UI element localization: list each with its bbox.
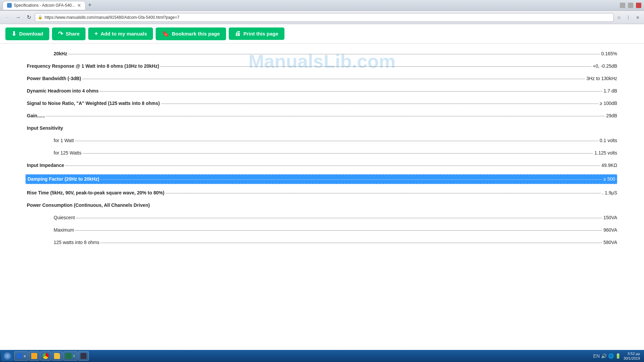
refresh-button[interactable]: ↻ (24, 13, 34, 22)
clock-time: 3:52 μμ (624, 351, 640, 356)
spec-value-input-1w: 0.1 volts (600, 137, 617, 144)
taskbar-explorer-button[interactable] (29, 351, 40, 361)
print-label: Print this page (244, 31, 278, 37)
forward-button[interactable]: → (13, 13, 23, 22)
spec-content: 20kHz 0.165% Frequency Response @ 1 Watt… (27, 50, 617, 246)
spec-label-quiescent: Quiescent (54, 214, 75, 221)
minimize-button[interactable] (620, 3, 625, 8)
ie-icon (16, 353, 22, 359)
tab-title: Specifications - Adcom GFA-540... (14, 3, 75, 8)
taskbar-excel-label: X (73, 354, 75, 358)
add-to-manuals-button[interactable]: + Add to my manuals (88, 27, 153, 40)
taskbar-app6-button[interactable] (78, 351, 89, 361)
spec-row-damping-factor: Damping Factor (20Hz to 20kHz) ≥ 500 (25, 174, 617, 184)
spec-row-gain: Gain...... 29dB (27, 112, 617, 119)
bookmark-icon: 🔖 (162, 30, 169, 38)
excel-icon (65, 353, 71, 359)
clock-date: 30/1/2019 (624, 356, 640, 361)
toolbar: ⬇ Download ↷ Share + Add to my manuals 🔖… (0, 24, 644, 44)
print-icon: 🖨 (235, 30, 241, 37)
spec-value-damping-factor: ≥ 500 (603, 176, 615, 183)
spec-dots-dynamic-headroom (100, 91, 602, 92)
spec-row-freq-response: Frequency Response @ 1 Watt into 8 ohms … (27, 63, 617, 70)
maximize-button[interactable] (628, 3, 633, 8)
spec-row-maximum: Maximum 960VA (27, 227, 617, 234)
back-button[interactable]: ← (3, 13, 12, 22)
star-icon[interactable]: ☆ (615, 14, 623, 21)
print-button[interactable]: 🖨 Print this page (229, 27, 284, 40)
browser-tab[interactable]: Specifications - Adcom GFA-540... ✕ (3, 1, 86, 10)
windows-logo-icon (4, 352, 11, 360)
bookmark-label: Bookmark this page (172, 31, 220, 37)
spec-label-power-bandwidth: Power Bandwidth (-3dB) (27, 75, 81, 82)
browser-titlebar: Specifications - Adcom GFA-540... ✕ + (0, 0, 644, 11)
spec-dots-gain (46, 116, 605, 116)
spec-row-input-1w: for 1 Watt 0.1 volts (27, 137, 617, 144)
spec-label-freq-response: Frequency Response @ 1 Watt into 8 ohms … (27, 63, 159, 70)
tab-close-button[interactable]: ✕ (77, 3, 81, 8)
spec-row-dynamic-headroom: Dynamic Headroom into 4 ohms 1.7 dB (27, 87, 617, 95)
spec-dots-maximum (75, 230, 602, 231)
taskbar-tray: EN 🔊 🌐 🔋 (593, 353, 621, 359)
spec-label-power-consumption: Power Consumption (Continuous, All Chann… (27, 202, 150, 209)
folder-icon (54, 353, 60, 359)
spec-value-quiescent: 150VA (603, 214, 617, 221)
taskbar-excel-button[interactable]: X (63, 351, 77, 361)
spec-label-dynamic-headroom: Dynamic Headroom into 4 ohms (27, 87, 99, 95)
taskbar-folder-button[interactable] (52, 351, 62, 361)
spec-label-125w-8ohms: 125 watts into 8 ohms (54, 239, 99, 246)
spec-value-gain: 29dB (606, 112, 617, 119)
address-bar[interactable]: 🔒 https://www.manualslib.com/manual/9154… (35, 13, 614, 22)
spec-row-input-sensitivity-header: Input Sensitivity (27, 125, 617, 132)
spec-value-rise-time: . 1.9μS (602, 189, 617, 196)
spec-label-maximum: Maximum (54, 227, 74, 234)
tray-icon-1: 🔊 (601, 353, 607, 359)
spec-value-maximum: 960VA (603, 227, 617, 234)
main-content: ManualsLib.com 20kHz 0.165% Frequency Re… (0, 44, 644, 350)
spec-label-snr: Signal to Noise Ratio, "A" Weighted (125… (27, 100, 160, 107)
spec-label-damping-factor: Damping Factor (20Hz to 20kHz) (28, 176, 99, 183)
spec-row-input-125w: for 125 Watts 1.125 volts (27, 149, 617, 157)
spec-row-input-impedance: Input Impedance 49.9KΩ (27, 162, 617, 169)
spec-dots-20khz (68, 54, 600, 54)
spec-dots-125w-8ohms (101, 243, 602, 243)
taskbar-ie-button[interactable]: e (14, 351, 28, 361)
taskbar-chrome-button[interactable] (40, 351, 51, 361)
spec-dots-input-125w (83, 153, 593, 154)
spec-label-input-impedance: Input Impedance (27, 162, 64, 169)
spec-dots-snr (161, 104, 598, 104)
spec-value-snr: ≥ 100dB (600, 100, 617, 107)
download-button[interactable]: ⬇ Download (5, 27, 49, 40)
chrome-icon (43, 353, 49, 359)
spec-label-rise-time: Rise Time (5kHz, 90V, peak-to-peak squar… (27, 189, 164, 196)
spec-value-power-bandwidth: 3Hz to 130kHz (586, 75, 617, 82)
bookmark-button[interactable]: 🔖 Bookmark this page (156, 27, 226, 40)
spec-row-125w-8ohms: 125 watts into 8 ohms 580VA (27, 239, 617, 246)
tray-icon-2: 🌐 (608, 353, 614, 359)
spec-row-power-consumption-header: Power Consumption (Continuous, All Chann… (27, 202, 617, 209)
spec-row-power-bandwidth: Power Bandwidth (-3dB) 3Hz to 130kHz (27, 75, 617, 82)
lang-indicator: EN (593, 353, 600, 359)
new-tab-button[interactable]: + (86, 1, 94, 10)
spec-value-input-impedance: 49.9KΩ (601, 162, 617, 169)
add-icon: + (94, 30, 98, 37)
share-label: Share (66, 31, 80, 37)
settings-icon[interactable]: ⋮ (625, 14, 632, 21)
share-icon: ↷ (58, 30, 63, 38)
spec-label-20khz: 20kHz (54, 50, 67, 57)
app6-icon (80, 353, 87, 359)
browser-navbar: ← → ↻ 🔒 https://www.manualslib.com/manua… (0, 11, 644, 24)
tab-favicon-icon (7, 3, 12, 8)
spec-value-input-125w: 1.125 volts (594, 149, 617, 157)
share-button[interactable]: ↷ Share (52, 27, 86, 40)
url-text: https://www.manualslib.com/manual/915480… (45, 15, 179, 20)
spec-label-gain: Gain...... (27, 112, 45, 119)
spec-dots-power-bandwidth (83, 79, 585, 79)
start-button[interactable] (1, 351, 13, 361)
download-icon: ⬇ (11, 30, 16, 38)
nav-right-icons: ☆ ⋮ ≡ (615, 14, 641, 21)
taskbar-clock: 3:52 μμ 30/1/2019 (624, 351, 640, 361)
tray-icon-3: 🔋 (615, 353, 621, 359)
extensions-icon[interactable]: ≡ (634, 14, 641, 21)
close-button[interactable] (636, 3, 641, 8)
